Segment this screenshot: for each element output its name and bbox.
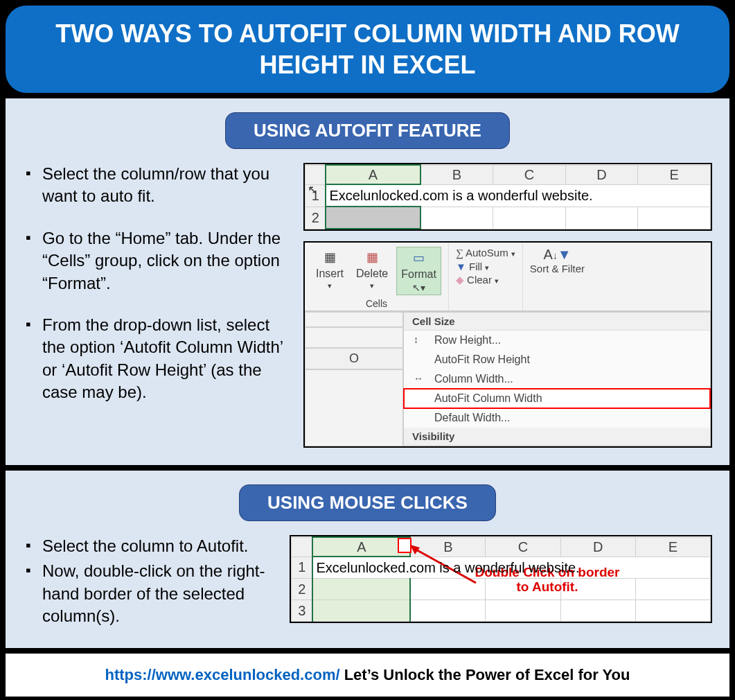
clear-label: ◆ Clear ▾ xyxy=(456,274,515,286)
excel-grid-illustration-2: Double Click on border to Autofit. A B C… xyxy=(290,535,712,623)
section-mouse-clicks: USING MOUSE CLICKS Select the column to … xyxy=(6,471,729,648)
page-title: TWO WAYS TO AUTOFIT COLUMN WIDTH AND ROW… xyxy=(6,6,729,93)
dd-row-height: ↕Row Height... xyxy=(404,331,710,350)
section1-bullets: Select the column/row that you want to a… xyxy=(23,163,293,404)
delete-cells-icon: ▦ xyxy=(362,248,382,266)
dd-section-cell-size: Cell Size xyxy=(404,313,710,331)
col-header-A: A xyxy=(312,537,410,557)
col-header-E: E xyxy=(638,165,711,184)
bullet-item: From the drop-down list, select the opti… xyxy=(23,314,293,404)
row-header-2: 2 xyxy=(305,207,326,229)
footer-tagline: Let’s Unlock the Power of Excel for You xyxy=(340,666,630,683)
col-header-C: C xyxy=(486,537,560,557)
row-header-2: 2 xyxy=(292,579,313,600)
bullet-item: Select the column to Autofit. xyxy=(23,535,279,557)
row-height-icon: ↕ xyxy=(414,334,418,345)
row-header-3: 3 xyxy=(292,600,313,622)
infographic-container: TWO WAYS TO AUTOFIT COLUMN WIDTH AND ROW… xyxy=(0,0,735,700)
cell-a1: Excelunlocked.com is a wonderful website… xyxy=(326,184,710,207)
col-width-icon: ↔ xyxy=(414,373,423,384)
excel-ribbon-illustration: ▦ Insert▾ ▦ Delete▾ ▭ Format xyxy=(303,241,712,448)
col-header-O: O xyxy=(305,348,403,369)
col-header-D: D xyxy=(565,165,638,184)
cursor-icon: ↖ xyxy=(308,182,318,198)
cell-a1: Excelunlocked.com is a wonderful website… xyxy=(312,557,710,579)
row-header-1: 1 xyxy=(292,557,313,579)
section2-bullets: Select the column to Autofit. Now, doubl… xyxy=(23,535,279,628)
sort-filter-label: Sort & Filter xyxy=(530,263,585,274)
bullet-item: Select the column/row that you want to a… xyxy=(23,163,293,208)
excel-grid-illustration-1: ↖ A B C D E 1 Excelunlocked.com is a xyxy=(303,163,712,231)
section-autofit-feature: USING AUTOFIT FEATURE Select the column/… xyxy=(6,98,729,465)
ribbon-format-button: ▭ Format ↖▾ xyxy=(396,247,441,295)
autosum-label: ∑ AutoSum ▾ xyxy=(456,247,515,259)
dd-section-visibility: Visibility xyxy=(404,428,710,446)
format-dropdown: Cell Size ↕Row Height... AutoFit Row Hei… xyxy=(403,312,711,446)
col-header-E: E xyxy=(635,537,710,557)
footer-link[interactable]: https://www.excelunlocked.com/ xyxy=(105,666,340,683)
cursor-icon: ↖▾ xyxy=(412,282,425,293)
ribbon-insert-button: ▦ Insert▾ xyxy=(312,247,348,295)
col-header-B: B xyxy=(410,537,486,557)
col-header-D: D xyxy=(560,537,635,557)
dd-default-width: Default Width... xyxy=(404,408,710,428)
section2-label: USING MOUSE CLICKS xyxy=(239,484,496,521)
col-header-A: A xyxy=(326,165,420,184)
fill-label: ▼ Fill ▾ xyxy=(456,261,515,272)
bullet-item: Go to the “Home” tab. Under the “Cells” … xyxy=(23,227,293,295)
col-header-B: B xyxy=(420,165,493,184)
section1-label: USING AUTOFIT FEATURE xyxy=(225,112,510,149)
format-cells-icon: ▭ xyxy=(409,249,430,267)
footer: https://www.excelunlocked.com/ Let’s Unl… xyxy=(6,654,729,697)
bullet-item: Now, double-click on the right-hand bord… xyxy=(23,560,279,627)
dd-autofit-row-height: AutoFit Row Height xyxy=(404,350,710,369)
ribbon-delete-button: ▦ Delete▾ xyxy=(352,247,392,295)
dd-column-width: ↔Column Width... xyxy=(404,369,710,389)
insert-cells-icon: ▦ xyxy=(319,248,340,266)
cells-group-label: Cells xyxy=(312,298,441,309)
border-target-highlight xyxy=(398,538,411,553)
dd-autofit-column-width: AutoFit Column Width xyxy=(404,389,710,408)
col-header-C: C xyxy=(493,165,566,184)
